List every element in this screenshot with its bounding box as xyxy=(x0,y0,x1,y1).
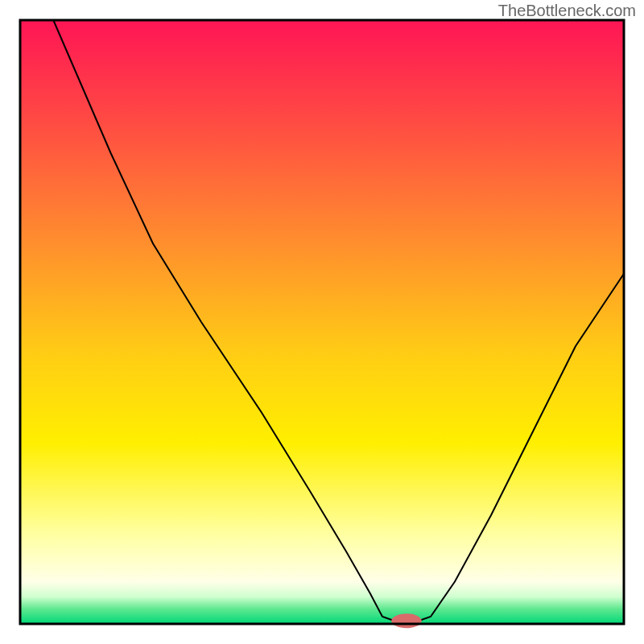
plot-background xyxy=(20,20,624,624)
chart-svg xyxy=(0,0,644,644)
bottleneck-chart: TheBottleneck.com xyxy=(0,0,644,644)
optimal-point-marker xyxy=(391,613,422,628)
watermark-text: TheBottleneck.com xyxy=(498,2,636,20)
